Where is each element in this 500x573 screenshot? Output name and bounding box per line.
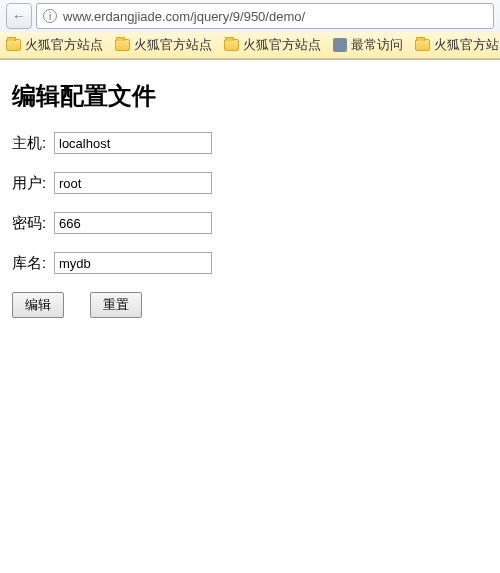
folder-icon	[6, 39, 21, 51]
dbname-label: 库名:	[12, 254, 54, 273]
bookmark-item[interactable]: 火狐官方站点	[6, 36, 103, 54]
user-input[interactable]	[54, 172, 212, 194]
bookmark-item[interactable]: 火狐官方站点	[415, 36, 500, 54]
bookmark-label: 火狐官方站点	[134, 36, 212, 54]
host-label: 主机:	[12, 134, 54, 153]
bookmark-item[interactable]: 火狐官方站点	[224, 36, 321, 54]
bookmark-label: 最常访问	[351, 36, 403, 54]
bookmark-item[interactable]: 火狐官方站点	[115, 36, 212, 54]
bookmark-label: 火狐官方站点	[25, 36, 103, 54]
page-title: 编辑配置文件	[12, 80, 488, 112]
form-row-pass: 密码:	[12, 212, 488, 234]
gear-icon	[333, 38, 347, 52]
pass-input[interactable]	[54, 212, 212, 234]
bookmark-item[interactable]: 最常访问	[333, 36, 403, 54]
back-icon: ←	[12, 8, 26, 24]
form-row-host: 主机:	[12, 132, 488, 154]
user-label: 用户:	[12, 174, 54, 193]
page-content: 编辑配置文件 主机: 用户: 密码: 库名: 编辑 重置	[0, 60, 500, 332]
bookmarks-toolbar: 火狐官方站点 火狐官方站点 火狐官方站点 最常访问 火狐官方站点	[0, 32, 500, 59]
browser-chrome: ← i www.erdangjiade.com/jquery/9/950/dem…	[0, 0, 500, 60]
form-row-dbname: 库名:	[12, 252, 488, 274]
folder-icon	[115, 39, 130, 51]
folder-icon	[224, 39, 239, 51]
info-icon: i	[43, 9, 57, 23]
host-input[interactable]	[54, 132, 212, 154]
dbname-input[interactable]	[54, 252, 212, 274]
address-row: ← i www.erdangjiade.com/jquery/9/950/dem…	[0, 0, 500, 32]
address-bar[interactable]: i www.erdangjiade.com/jquery/9/950/demo/	[36, 3, 494, 29]
url-text: www.erdangjiade.com/jquery/9/950/demo/	[63, 9, 305, 24]
bookmark-label: 火狐官方站点	[243, 36, 321, 54]
pass-label: 密码:	[12, 214, 54, 233]
back-button[interactable]: ←	[6, 3, 32, 29]
folder-icon	[415, 39, 430, 51]
form-row-user: 用户:	[12, 172, 488, 194]
reset-button[interactable]: 重置	[90, 292, 142, 318]
edit-button[interactable]: 编辑	[12, 292, 64, 318]
bookmark-label: 火狐官方站点	[434, 36, 500, 54]
button-row: 编辑 重置	[12, 292, 488, 318]
